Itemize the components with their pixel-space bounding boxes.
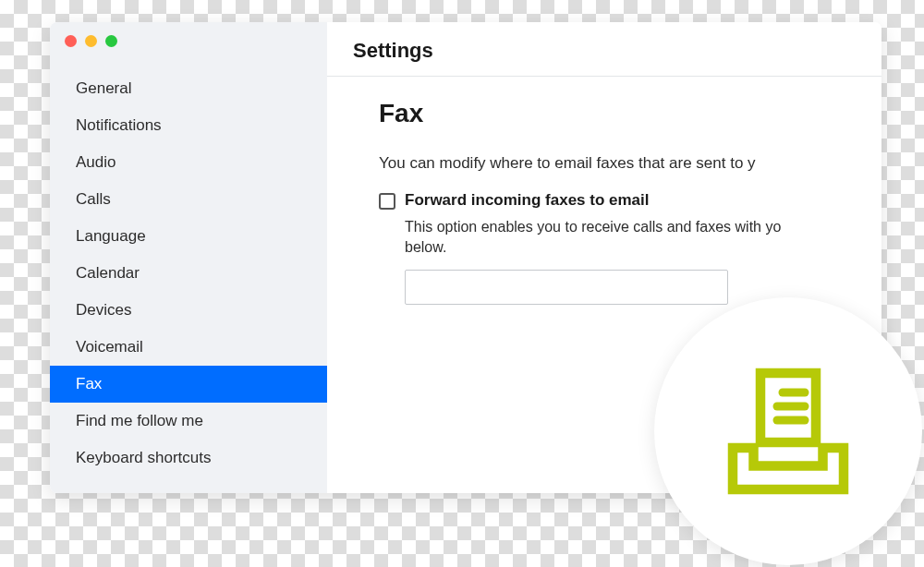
close-window-button[interactable]: [65, 35, 77, 47]
sidebar-item-devices[interactable]: Devices: [50, 292, 327, 329]
maximize-window-button[interactable]: [105, 35, 117, 47]
section-title: Fax: [379, 99, 845, 128]
sidebar-item-find-me-follow-me[interactable]: Find me follow me: [50, 403, 327, 440]
sidebar-item-notifications[interactable]: Notifications: [50, 107, 327, 144]
content: Fax You can modify where to email faxes …: [327, 77, 881, 323]
sidebar-item-label: Keyboard shortcuts: [76, 449, 211, 466]
sidebar-item-calendar[interactable]: Calendar: [50, 255, 327, 292]
section-description: You can modify where to email faxes that…: [379, 154, 845, 173]
sidebar-item-label: General: [76, 79, 131, 97]
sidebar-item-label: Audio: [76, 153, 116, 171]
fax-badge: [654, 297, 922, 565]
minimize-window-button[interactable]: [85, 35, 97, 47]
sidebar-item-voicemail[interactable]: Voicemail: [50, 329, 327, 366]
sidebar-item-label: Language: [76, 227, 146, 245]
forward-faxes-checkbox[interactable]: [379, 193, 395, 210]
sidebar-item-label: Find me follow me: [76, 412, 203, 429]
forward-faxes-description: This option enables you to receive calls…: [405, 217, 845, 259]
window-controls: [65, 35, 117, 47]
sidebar-item-label: Fax: [76, 375, 102, 392]
sidebar-item-language[interactable]: Language: [50, 218, 327, 255]
sidebar-item-label: Calendar: [76, 264, 140, 282]
page-title: Settings: [353, 39, 856, 63]
forward-faxes-row: Forward incoming faxes to email: [379, 191, 845, 210]
sidebar-item-audio[interactable]: Audio: [50, 144, 327, 181]
sidebar-item-label: Devices: [76, 301, 131, 319]
sidebar-item-label: Voicemail: [76, 338, 143, 356]
fax-tray-icon: [719, 362, 857, 501]
sidebar-item-fax[interactable]: Fax: [50, 366, 327, 403]
sidebar-item-label: Notifications: [76, 116, 162, 134]
sidebar-item-calls[interactable]: Calls: [50, 181, 327, 218]
settings-sidebar: GeneralNotificationsAudioCallsLanguageCa…: [50, 22, 327, 493]
sidebar-item-label: Calls: [76, 190, 111, 208]
sidebar-item-general[interactable]: General: [50, 70, 327, 107]
sidebar-item-keyboard-shortcuts[interactable]: Keyboard shortcuts: [50, 440, 327, 477]
forward-email-input[interactable]: [405, 270, 728, 305]
main-header: Settings: [327, 22, 881, 77]
forward-faxes-label[interactable]: Forward incoming faxes to email: [405, 191, 650, 210]
